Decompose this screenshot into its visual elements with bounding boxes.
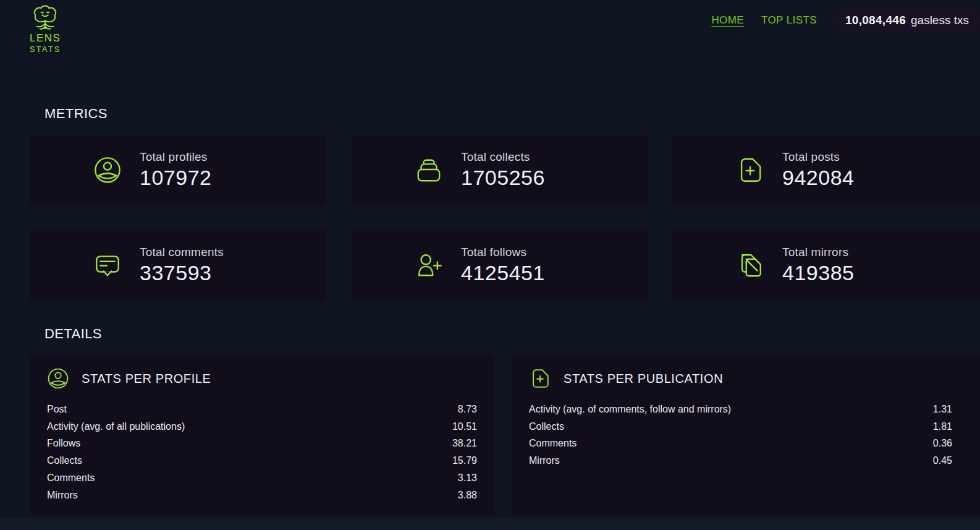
details-title: DETAILS xyxy=(44,327,980,341)
stat-label: Mirrors xyxy=(47,490,78,501)
profile-icon xyxy=(90,156,125,184)
details-section: DETAILS STATS PER PROFILE Post 8.73 xyxy=(30,327,980,515)
metric-value: 107972 xyxy=(140,166,211,190)
stat-row: Mirrors 0.45 xyxy=(529,452,952,469)
logo[interactable]: LENS STATS xyxy=(30,4,61,54)
stat-label: Collects xyxy=(529,421,564,432)
header: LENS STATS HOME TOP LISTS 10,084,446 gas… xyxy=(0,0,980,53)
stat-value: 10.51 xyxy=(452,421,477,432)
gasless-txs-badge: 10,084,446 gasless txs xyxy=(834,7,980,33)
stat-label: Comments xyxy=(529,438,577,449)
main-content: METRICS Total profiles 107972 xyxy=(0,106,980,515)
metric-label: Total posts xyxy=(782,150,854,164)
stats-per-publication-panel: STATS PER PUBLICATION Activity (avg. of … xyxy=(512,354,980,515)
metrics-section: METRICS Total profiles 107972 xyxy=(30,106,980,301)
stat-row: Follows 38.21 xyxy=(47,435,477,453)
panel-title: STATS PER PUBLICATION xyxy=(564,372,723,386)
stat-row: Activity (avg. of comments, follow and m… xyxy=(529,401,952,418)
profile-icon xyxy=(47,367,69,390)
metric-card-total-posts: Total posts 942084 xyxy=(672,135,980,205)
footer-strip xyxy=(0,518,980,530)
stat-row: Collects 15.79 xyxy=(47,452,477,469)
brand-subname: STATS xyxy=(30,45,61,54)
nav-home[interactable]: HOME xyxy=(711,14,744,27)
stat-row: Activity (avg. of all publications) 10.5… xyxy=(47,418,477,435)
metric-card-total-mirrors: Total mirrors 419385 xyxy=(672,230,980,301)
stats-per-profile-panel: STATS PER PROFILE Post 8.73 Activity (av… xyxy=(30,354,494,515)
post-icon xyxy=(733,156,767,184)
stat-value: 0.36 xyxy=(933,438,952,449)
gasless-txs-count: 10,084,446 xyxy=(845,14,906,27)
stat-value: 8.73 xyxy=(458,404,477,415)
metrics-grid: Total profiles 107972 Total collects 170… xyxy=(30,135,980,301)
metric-label: Total profiles xyxy=(140,150,211,164)
metrics-title: METRICS xyxy=(44,106,980,121)
metric-value: 337593 xyxy=(140,261,224,285)
stat-value: 3.13 xyxy=(458,472,477,484)
metric-card-total-profiles: Total profiles 107972 xyxy=(30,135,326,205)
stat-value: 38.21 xyxy=(452,438,477,449)
stat-label: Post xyxy=(47,404,67,415)
metric-label: Total comments xyxy=(140,246,224,259)
metric-value: 942084 xyxy=(782,166,854,190)
stat-label: Mirrors xyxy=(529,455,560,466)
metric-card-total-follows: Total follows 4125451 xyxy=(351,230,648,301)
metric-card-total-collects: Total collects 1705256 xyxy=(351,135,648,205)
stat-row: Collects 1.81 xyxy=(529,418,952,435)
post-icon xyxy=(529,367,551,390)
stat-value: 1.31 xyxy=(933,404,952,415)
stat-row: Post 8.73 xyxy=(47,401,477,418)
lens-tree-icon xyxy=(30,4,61,31)
metric-value: 4125451 xyxy=(461,261,545,285)
metric-label: Total follows xyxy=(461,246,545,259)
metric-card-total-comments: Total comments 337593 xyxy=(30,230,326,301)
stat-label: Comments xyxy=(47,472,95,484)
stat-label: Activity (avg. of all publications) xyxy=(47,421,185,432)
stat-value: 15.79 xyxy=(452,455,477,466)
stat-value: 1.81 xyxy=(933,421,952,432)
stat-row: Comments 3.13 xyxy=(47,469,477,487)
stat-value: 3.88 xyxy=(458,490,477,501)
collect-icon xyxy=(412,156,446,184)
stat-label: Collects xyxy=(47,455,82,466)
nav-top-lists[interactable]: TOP LISTS xyxy=(761,14,817,27)
metric-value: 1705256 xyxy=(461,166,545,190)
metric-value: 419385 xyxy=(782,261,854,285)
main-nav: HOME TOP LISTS 10,084,446 gasless txs xyxy=(711,7,980,33)
metric-label: Total collects xyxy=(461,150,545,164)
panel-title: STATS PER PROFILE xyxy=(82,372,211,386)
follow-icon xyxy=(412,251,446,280)
stats-rows: Post 8.73 Activity (avg. of all publicat… xyxy=(47,401,477,504)
stat-value: 0.45 xyxy=(933,455,952,466)
details-panels: STATS PER PROFILE Post 8.73 Activity (av… xyxy=(30,354,980,515)
stat-label: Activity (avg. of comments, follow and m… xyxy=(529,404,731,415)
comment-icon xyxy=(90,251,125,280)
mirror-icon xyxy=(733,251,767,280)
gasless-txs-suffix: gasless txs xyxy=(911,14,969,27)
stats-rows: Activity (avg. of comments, follow and m… xyxy=(529,401,952,469)
metric-label: Total mirrors xyxy=(782,246,854,259)
stat-row: Mirrors 3.88 xyxy=(47,487,477,504)
brand-name: LENS xyxy=(30,32,61,45)
stat-row: Comments 0.36 xyxy=(529,435,952,453)
stat-label: Follows xyxy=(47,438,80,449)
